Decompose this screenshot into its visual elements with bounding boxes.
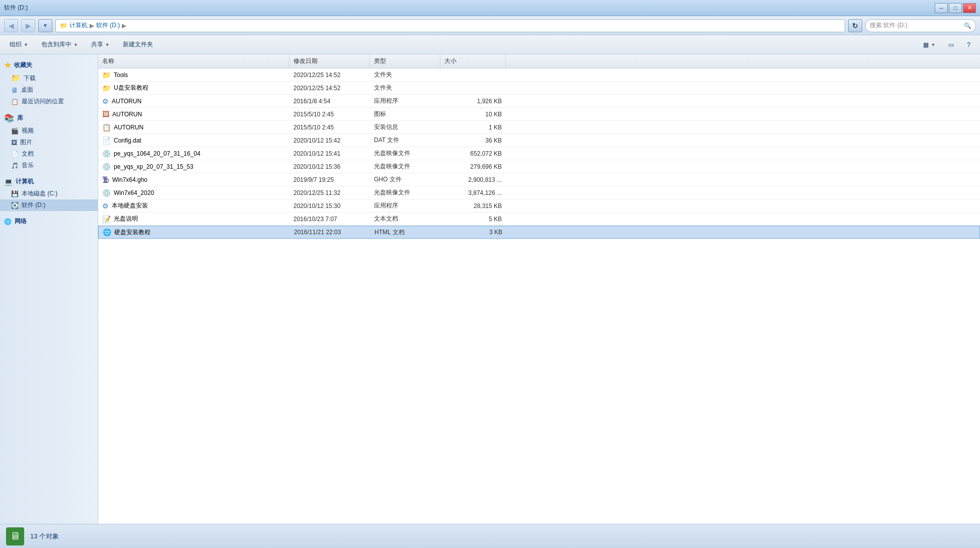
desktop-label: 桌面 [21,86,33,94]
file-size: 36 KB [485,137,502,144]
file-name-cell: 💿 Win7x64_2020 [98,189,289,197]
file-type: 文本文档 [374,215,398,223]
maximize-button[interactable]: □ [949,3,962,13]
sidebar-header-computer[interactable]: 💻 计算机 [0,175,98,188]
titlebar-title: 软件 (D:) [4,4,28,12]
refresh-button[interactable]: ↻ [848,19,862,32]
library-button[interactable]: 包含到库中 ▼ [36,38,84,51]
file-date: 2016/10/23 7:07 [293,216,337,223]
software-d-label: 软件 (D:) [22,201,45,210]
minimize-button[interactable]: ─ [935,3,948,13]
file-type-cell: 应用程序 [370,97,440,105]
sidebar-item-desktop[interactable]: 🖥 桌面 [0,84,98,96]
table-row[interactable]: ⚙ 本地硬盘安装 2020/10/12 15:30 应用程序 28,315 KB [98,199,980,213]
network-label: 网络 [15,217,27,226]
new-folder-button[interactable]: 新建文件夹 [117,38,159,51]
file-size-cell: 28,315 KB [440,202,506,210]
file-date: 2016/11/21 22:03 [294,229,341,236]
file-name: Win7x64_2020 [114,189,154,196]
file-size: 1,926 KB [477,98,502,105]
table-row[interactable]: 📝 光盘说明 2016/10/23 7:07 文本文档 5 KB [98,213,980,226]
sidebar-item-music[interactable]: 🎵 音乐 [0,160,98,171]
sidebar-header-favorites[interactable]: ★ 收藏夹 [0,58,98,72]
library-icon: 📚 [4,113,14,123]
file-name-cell: ⚙ 本地硬盘安装 [98,201,289,210]
table-row[interactable]: 🖼 AUTORUN 2015/5/10 2:45 图标 10 KB [98,108,980,121]
col-header-size[interactable]: 大小 [440,54,506,68]
preview-button[interactable]: ▭ [943,38,959,51]
table-row[interactable]: ⚙ AUTORUN 2016/1/8 4:54 应用程序 1,926 KB [98,95,980,108]
file-name-cell: 📁 U盘安装教程 [98,84,289,92]
table-row[interactable]: 💿 pe_yqs_xp_20_07_31_15_53 2020/10/12 15… [98,160,980,173]
table-row[interactable]: 🌐 硬盘安装教程 2016/11/21 22:03 HTML 文档 3 KB [98,226,980,239]
sidebar-item-pictures[interactable]: 🖼 图片 [0,136,98,148]
sidebar-item-documents[interactable]: 📄 文档 [0,148,98,160]
col-header-name[interactable]: 名称 [98,54,289,68]
file-type: 光盘映像文件 [374,149,410,158]
file-date-cell: 2016/1/8 4:54 [289,98,370,105]
file-size-cell: 652,072 KB [440,150,506,157]
downloads-label: 下载 [24,74,36,83]
file-icon: 💿 [102,150,111,158]
view-button[interactable]: ▦ ▼ [918,38,941,51]
file-name: 硬盘安装教程 [114,228,150,237]
music-icon: 🎵 [11,162,19,169]
col-header-date[interactable]: 修改日期 [289,54,370,68]
breadcrumb-drive[interactable]: 软件 (D:) [96,21,120,30]
sidebar-item-software-d[interactable]: 💽 软件 (D:) [0,199,98,211]
back-button[interactable]: ◀ [4,19,18,32]
titlebar: 软件 (D:) ─ □ ✕ [0,0,980,16]
file-size-cell: 279,696 KB [440,163,506,170]
sidebar-item-local-c[interactable]: 💾 本地磁盘 (C:) [0,188,98,199]
file-type-cell: 文件夹 [370,84,440,92]
sidebar-item-recent[interactable]: 📋 最近访问的位置 [0,96,98,107]
file-size: 652,072 KB [470,150,502,157]
file-name: Tools [114,72,128,79]
breadcrumb-item-computer[interactable]: 📁 [60,22,67,29]
file-icon: 📁 [102,84,111,92]
file-size-cell: 36 KB [440,137,506,144]
file-date: 2020/12/25 11:32 [293,189,340,196]
organize-button[interactable]: 组织 ▼ [4,38,34,51]
file-icon: ⚙ [102,97,109,105]
file-date-cell: 2020/12/25 11:32 [289,189,370,196]
file-type: 安装信息 [374,123,398,131]
network-icon: 🌐 [4,218,12,225]
dropdown-button[interactable]: ▼ [38,19,52,32]
file-date: 2016/1/8 4:54 [293,98,330,105]
help-button[interactable]: ? [961,38,976,51]
col-header-type[interactable]: 类型 [370,54,440,68]
file-icon: ⚙ [102,202,109,210]
file-date-cell: 2020/10/12 15:42 [289,137,370,144]
sidebar-item-videos[interactable]: 🎬 视频 [0,125,98,136]
file-type: 文件夹 [374,71,392,79]
breadcrumb-computer[interactable]: 计算机 [69,21,88,30]
file-icon: 📄 [102,136,111,145]
videos-label: 视频 [22,126,34,135]
share-button[interactable]: 共享 ▼ [86,38,115,51]
table-row[interactable]: 💿 pe_yqs_1064_20_07_31_16_04 2020/10/12 … [98,147,980,160]
table-row[interactable]: 📋 AUTORUN 2015/5/10 2:45 安装信息 1 KB [98,121,980,134]
file-type-cell: 光盘映像文件 [370,162,440,171]
file-icon: 🖼 [102,110,109,118]
file-icon: 🗜 [102,176,109,184]
sidebar-header-network[interactable]: 🌐 网络 [0,215,98,228]
forward-button[interactable]: ▶ [21,19,35,32]
table-row[interactable]: 📄 Config.dat 2020/10/12 15:42 DAT 文件 36 … [98,134,980,147]
table-row[interactable]: 📁 U盘安装教程 2020/12/25 14:52 文件夹 [98,82,980,95]
favorites-label: 收藏夹 [14,61,32,70]
local-c-label: 本地磁盘 (C:) [22,189,57,198]
file-date-cell: 2020/10/12 15:36 [289,163,370,170]
sidebar-item-downloads[interactable]: 📁 下载 [0,72,98,84]
table-row[interactable]: 🗜 Win7x64.gho 2019/9/7 19:25 GHO 文件 2,90… [98,173,980,186]
file-date-cell: 2015/5/10 2:45 [289,111,370,118]
search-bar[interactable]: 搜索 软件 (D:) 🔍 [865,19,976,32]
pictures-label: 图片 [20,138,32,147]
table-row[interactable]: 📁 Tools 2020/12/25 14:52 文件夹 [98,68,980,82]
sidebar-header-library[interactable]: 📚 库 [0,111,98,125]
file-date: 2019/9/7 19:25 [293,176,334,183]
file-name-cell: 💿 pe_yqs_1064_20_07_31_16_04 [98,150,289,158]
table-row[interactable]: 💿 Win7x64_2020 2020/12/25 11:32 光盘映像文件 3… [98,186,980,199]
addressbar: ◀ ▶ ▼ 📁 计算机 ▶ 软件 (D:) ▶ ↻ 搜索 软件 (D:) 🔍 [0,16,980,35]
close-button[interactable]: ✕ [963,3,976,13]
